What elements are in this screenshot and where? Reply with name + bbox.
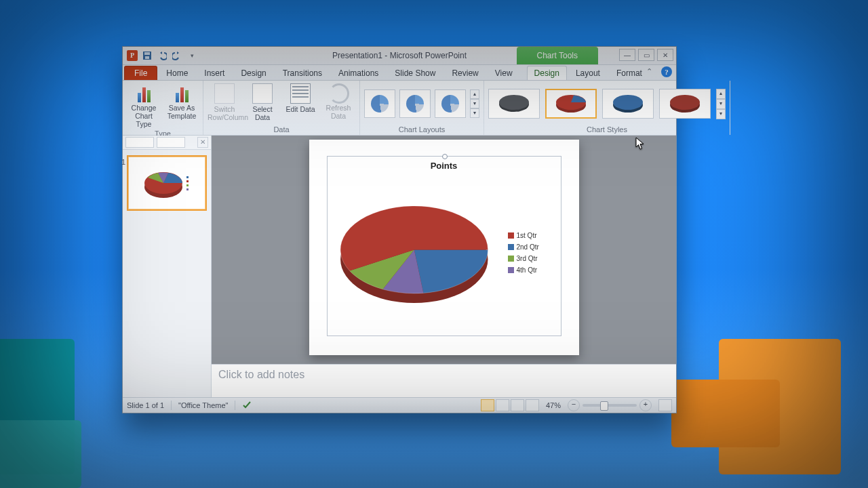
divider xyxy=(235,401,235,410)
refresh-data-label: Refresh Data xyxy=(321,104,355,120)
save-icon[interactable] xyxy=(142,50,153,61)
tab-design-main[interactable]: Design xyxy=(233,66,273,80)
legend-label: 3rd Qtr xyxy=(517,255,538,262)
powerpoint-app-icon xyxy=(127,50,138,61)
window-minimize-button[interactable]: — xyxy=(619,49,635,61)
view-slideshow-button[interactable] xyxy=(526,399,539,411)
chart-layout-option[interactable] xyxy=(435,89,466,118)
svg-point-10 xyxy=(670,95,700,110)
view-slidesorter-button[interactable] xyxy=(496,399,509,411)
edit-data-button[interactable]: Edit Data xyxy=(283,83,317,113)
ribbon-group-type: Change Chart Type Save As Template Type xyxy=(123,81,203,135)
bar-chart-icon xyxy=(134,83,153,102)
slide-canvas-area[interactable]: Points 1st Qtr2nd Qtr3rd Qtr4th Qtr xyxy=(212,136,676,364)
tab-view[interactable]: View xyxy=(488,66,520,80)
window-maximize-button[interactable]: ▭ xyxy=(638,49,654,61)
notes-pane[interactable]: Click to add notes xyxy=(212,364,676,397)
view-buttons xyxy=(481,399,539,411)
group-label-chart-styles: Chart Styles xyxy=(488,124,726,134)
edit-data-label: Edit Data xyxy=(283,105,317,113)
zoom-in-button[interactable]: + xyxy=(639,399,652,411)
tab-transitions[interactable]: Transitions xyxy=(275,66,330,80)
edit-data-icon xyxy=(290,83,311,104)
tab-animations[interactable]: Animations xyxy=(331,66,386,80)
window-close-button[interactable]: ✕ xyxy=(657,49,673,61)
tab-file[interactable]: File xyxy=(124,66,157,80)
change-chart-type-label: Change Chart Type xyxy=(127,104,161,128)
refresh-icon xyxy=(329,83,349,104)
svg-point-8 xyxy=(613,95,643,110)
chart-style-option[interactable] xyxy=(659,89,711,119)
undo-icon[interactable] xyxy=(157,50,167,61)
svg-rect-16 xyxy=(186,188,189,190)
status-bar: Slide 1 of 1 "Office Theme" 47% − + xyxy=(123,397,676,413)
zoom-slider-thumb[interactable] xyxy=(600,401,608,411)
chart-style-option[interactable] xyxy=(602,89,654,119)
zoom-fit-button[interactable] xyxy=(658,399,672,411)
pane-close-button[interactable]: ✕ xyxy=(197,137,208,148)
workspace: ✕ 1 xyxy=(123,136,676,397)
redo-icon[interactable] xyxy=(172,50,182,61)
pie-chart[interactable]: 1st Qtr2nd Qtr3rd Qtr4th Qtr xyxy=(333,176,555,330)
switch-row-column-icon xyxy=(214,83,235,104)
tab-review[interactable]: Review xyxy=(444,66,486,80)
tab-insert[interactable]: Insert xyxy=(197,66,232,80)
tab-home[interactable]: Home xyxy=(159,66,195,80)
pie-chart-graphic xyxy=(333,176,508,330)
chart-placeholder[interactable]: Points 1st Qtr2nd Qtr3rd Qtr4th Qtr xyxy=(327,156,561,336)
chart-style-option[interactable] xyxy=(488,89,540,119)
wallpaper-shape xyxy=(671,380,780,447)
slide-thumbnail[interactable]: 1 xyxy=(127,155,207,211)
zoom-level[interactable]: 47% xyxy=(546,401,561,409)
chart-layout-option[interactable] xyxy=(399,89,431,118)
ribbon-group-chart-styles: ▴▾▾ Chart Styles xyxy=(484,81,730,135)
template-icon xyxy=(172,83,191,102)
zoom-out-button[interactable]: − xyxy=(568,399,580,411)
svg-rect-14 xyxy=(186,180,189,182)
contextual-tab-charttools: Chart Tools xyxy=(517,47,598,64)
select-data-label: Select Data xyxy=(245,105,279,121)
pie-icon xyxy=(406,95,424,113)
tab-charttools-layout[interactable]: Layout xyxy=(568,66,608,80)
change-chart-type-button[interactable]: Change Chart Type xyxy=(127,83,161,128)
select-data-button[interactable]: Select Data xyxy=(245,83,279,121)
tab-slideshow[interactable]: Slide Show xyxy=(387,66,443,80)
notes-placeholder: Click to add notes xyxy=(218,369,304,380)
legend-swatch xyxy=(508,267,514,273)
resize-handle[interactable] xyxy=(442,154,448,159)
save-as-template-button[interactable]: Save As Template xyxy=(165,83,199,120)
view-reading-button[interactable] xyxy=(511,399,524,411)
switch-row-column-button: Switch Row/Column xyxy=(208,83,241,121)
pie-thumbnail-icon xyxy=(136,163,197,203)
help-icon[interactable]: ? xyxy=(661,66,672,77)
chart-layouts-scroll[interactable]: ▴▾▾ xyxy=(470,89,479,118)
outline-tab[interactable] xyxy=(157,137,185,148)
legend-swatch xyxy=(508,244,514,250)
svg-rect-15 xyxy=(186,184,189,186)
spellcheck-icon[interactable] xyxy=(242,400,252,411)
tab-charttools-format[interactable]: Format xyxy=(609,66,650,80)
slide[interactable]: Points 1st Qtr2nd Qtr3rd Qtr4th Qtr xyxy=(309,140,579,355)
chart-styles-scroll[interactable]: ▴▾▾ xyxy=(716,89,726,119)
ribbon-group-data: Switch Row/Column Select Data Edit Data … xyxy=(203,81,360,135)
title-bar: ▾ Presentation1 - Microsoft PowerPoint C… xyxy=(123,47,676,65)
ribbon-group-chart-layouts: ▴▾▾ Chart Layouts xyxy=(360,81,484,135)
group-label-chart-layouts: Chart Layouts xyxy=(364,124,479,134)
ribbon-collapse-icon[interactable] xyxy=(646,66,657,77)
ribbon: Change Chart Type Save As Template Type … xyxy=(123,81,676,136)
select-data-icon xyxy=(252,83,273,104)
chart-layout-option[interactable] xyxy=(364,89,395,118)
svg-rect-13 xyxy=(186,176,189,178)
zoom-slider[interactable] xyxy=(583,404,637,407)
status-slide-indicator: Slide 1 of 1 xyxy=(127,401,164,409)
legend-item: 2nd Qtr xyxy=(508,243,555,251)
tab-charttools-design[interactable]: Design xyxy=(527,66,567,80)
slides-pane: ✕ 1 xyxy=(123,136,212,397)
refresh-data-button: Refresh Data xyxy=(321,83,355,120)
view-normal-button[interactable] xyxy=(481,399,494,411)
slides-tab[interactable] xyxy=(125,137,154,148)
quick-access-toolbar: ▾ xyxy=(123,50,201,61)
chart-style-option-selected[interactable] xyxy=(545,89,597,119)
qat-customize-icon[interactable]: ▾ xyxy=(186,50,197,61)
ribbon-tabs: File Home Insert Design Transitions Anim… xyxy=(123,65,676,81)
